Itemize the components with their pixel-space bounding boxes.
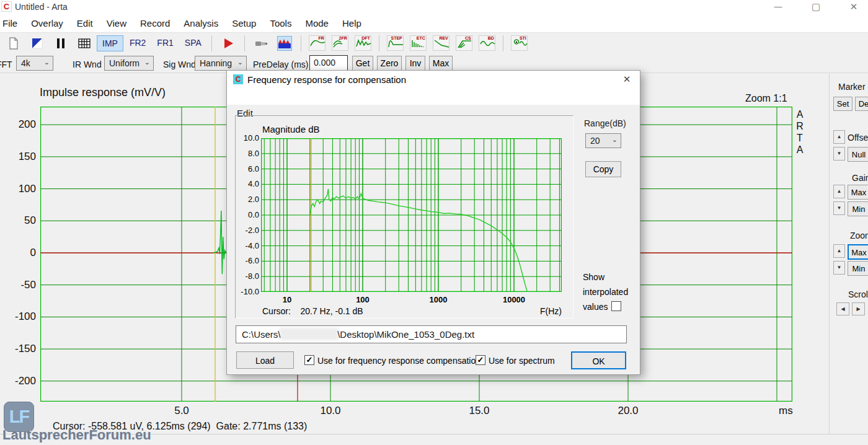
window-title: Untitled - Arta [15, 2, 68, 12]
maximize-button[interactable]: ▢ [802, 0, 830, 14]
menu-item-analysis[interactable]: Analysis [177, 15, 225, 32]
table-icon[interactable] [77, 36, 92, 51]
pause-icon[interactable] [53, 36, 68, 51]
censored-username-patch [280, 328, 339, 340]
predelay-label: PreDelay (ms) [253, 59, 308, 69]
mode-button-imp[interactable]: IMP [97, 35, 123, 51]
use-for-spectrum-checkbox[interactable]: ✓ [476, 355, 485, 365]
step-icon-label: STEP [391, 36, 402, 40]
toolbar-dft-icon[interactable]: DFT [355, 35, 371, 51]
inv-button[interactable]: Inv [405, 56, 425, 71]
zero-button[interactable]: Zero [377, 56, 402, 71]
arta-brand-vertical: ARTA [795, 108, 805, 156]
get-button[interactable]: Get [352, 56, 373, 71]
magnitude-y-tick: -10.0 [234, 287, 259, 296]
dialog-title: Frequency response for compensation [247, 74, 406, 85]
magnitude-y-tick: -4.0 [234, 241, 259, 250]
generator-icon[interactable] [254, 36, 268, 51]
menu-item-view[interactable]: View [100, 15, 133, 32]
max-button[interactable]: Max [429, 56, 453, 71]
impulse-x-tick: 5.0 [163, 405, 200, 417]
arta-main-window: C Untitled - Arta — ▢ ✕ FileOverlayEditV… [0, 0, 868, 445]
scroll-right-button[interactable]: ▶ [852, 302, 865, 315]
toolbar-etc-icon[interactable]: ETC [410, 35, 427, 51]
magnitude-y-tick: -6.0 [234, 256, 259, 265]
gain-up-button[interactable]: ▲ [833, 185, 845, 198]
toolbar: IMPFR2FR1SPAFR2FRDFTSTEPETCREVCSBDSTI [0, 32, 868, 53]
zoom-min-button[interactable]: Min [848, 261, 868, 276]
range-db-select[interactable]: 20⌄ [585, 133, 621, 148]
mode-button-fr1[interactable]: FR1 [152, 35, 178, 51]
scroll-left-button[interactable]: ◀ [836, 302, 849, 315]
minimize-button[interactable]: — [764, 0, 792, 14]
zoom-ratio-label: Zoom 1:1 [745, 93, 787, 104]
dialog-menu-bar: Edit [227, 88, 640, 105]
offset-null-button[interactable]: Null [848, 147, 868, 162]
mode-button-fr2[interactable]: FR2 [125, 35, 151, 51]
impulse-y-tick: -50 [1, 279, 36, 291]
etc-icon-label: ETC [417, 36, 425, 40]
marker-del-button[interactable]: Del [855, 97, 868, 111]
menu-item-record[interactable]: Record [133, 15, 177, 32]
toolbar-2fr-icon[interactable]: 2FR [332, 35, 348, 51]
zoom-down-button[interactable]: ▼ [833, 261, 845, 275]
magnitude-y-tick: 6.0 [234, 164, 259, 174]
toolbar-step-icon[interactable]: STEP [387, 35, 404, 51]
sig-wnd-label: Sig Wnd [163, 59, 196, 69]
menu-item-file[interactable]: File [0, 15, 24, 32]
zoom-up-button[interactable]: ▲ [833, 244, 845, 258]
magnitude-x-tick: 10000 [495, 295, 533, 304]
menu-item-help[interactable]: Help [335, 15, 368, 32]
menu-item-overlay[interactable]: Overlay [24, 15, 70, 32]
toolbar-cs-icon[interactable]: CS [456, 35, 472, 51]
toolbar-rev-icon[interactable]: REV [433, 35, 450, 51]
signal-record-icon[interactable] [277, 36, 292, 51]
gain-max-button[interactable]: Max [848, 185, 868, 200]
magnitude-plot-title: Magnitude dB [262, 124, 320, 134]
magnitude-plot[interactable] [261, 138, 562, 292]
play-icon-glyph [221, 37, 235, 50]
signal-window-select[interactable]: Hanning⌄ [195, 56, 247, 71]
show-interpolated-label-2: interpolated [583, 287, 628, 297]
toolbar-fr-icon[interactable]: FR [309, 35, 326, 51]
use-for-compensation-checkbox[interactable]: ✓ [304, 355, 314, 365]
magnitude-y-tick: 2.0 [234, 195, 259, 204]
calibrate-icon-glyph [30, 37, 44, 50]
play-icon[interactable] [221, 36, 236, 51]
cs-icon-label: CS [465, 36, 471, 40]
show-interpolated-checkbox[interactable] [611, 301, 621, 311]
calibrate-icon[interactable] [30, 36, 45, 51]
magnitude-y-tick: 8.0 [234, 149, 259, 158]
ir-window-select[interactable]: Uniform⌄ [104, 56, 154, 71]
new-file-icon[interactable] [6, 36, 21, 51]
zoom-max-button[interactable]: Max [848, 244, 868, 260]
marker-set-button[interactable]: Set [833, 97, 852, 111]
close-button[interactable]: ✕ [839, 0, 868, 14]
dialog-close-button[interactable]: ✕ [616, 72, 637, 87]
fr-icon-label: FR [318, 36, 324, 40]
menu-item-tools[interactable]: Tools [263, 15, 298, 32]
ok-button[interactable]: OK [571, 351, 626, 369]
menu-item-edit[interactable]: Edit [70, 15, 100, 32]
toolbar-sti-icon[interactable]: STI [511, 35, 528, 51]
menu-item-setup[interactable]: Setup [225, 15, 263, 32]
dialog-title-bar[interactable]: C Frequency response for compensation ✕ [227, 71, 640, 88]
toolbar-separator [379, 35, 379, 51]
magnitude-y-tick: -8.0 [234, 271, 259, 281]
gain-down-button[interactable]: ▼ [833, 201, 845, 215]
gain-min-button[interactable]: Min [848, 201, 868, 216]
mode-button-spa[interactable]: SPA [180, 35, 206, 51]
load-button[interactable]: Load [236, 351, 294, 369]
fft-size-select[interactable]: 4k⌄ [16, 56, 53, 71]
menu-item-mode[interactable]: Mode [298, 15, 335, 32]
menu-bar: FileOverlayEditViewRecordAnalysisSetupTo… [0, 14, 868, 32]
lautsprecherforum-watermark: LautsprecherForum.eu [2, 427, 151, 443]
copy-button[interactable]: Copy [585, 161, 621, 177]
offset-up-button[interactable]: ▲ [833, 130, 845, 144]
offset-down-button[interactable]: ▼ [833, 147, 845, 161]
predelay-input[interactable]: 0.000 [309, 55, 348, 71]
impulse-x-tick: 15.0 [461, 405, 498, 417]
toolbar-bd-icon[interactable]: BD [479, 35, 495, 51]
signal-record-icon-glyph [278, 37, 291, 50]
pause-icon-glyph [54, 37, 68, 50]
